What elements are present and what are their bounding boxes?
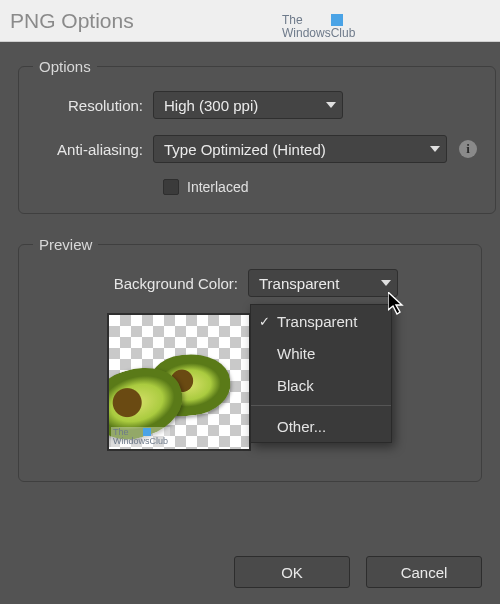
bgcolor-menu: Transparent White Black Other... (250, 304, 392, 443)
menu-item-label: Transparent (277, 313, 357, 330)
menu-separator (251, 405, 391, 406)
chevron-down-icon (430, 146, 440, 152)
resolution-row: Resolution: High (300 ppi) (37, 91, 477, 119)
menu-item-label: Black (277, 377, 314, 394)
button-label: Cancel (401, 564, 448, 581)
options-legend: Options (33, 58, 97, 75)
ok-button[interactable]: OK (234, 556, 350, 588)
chevron-down-icon (326, 102, 336, 108)
antialias-label: Anti-aliasing: (37, 141, 153, 158)
window-title: PNG Options (10, 9, 134, 33)
bgcolor-label: Background Color: (37, 275, 248, 292)
options-group: Options Resolution: High (300 ppi) Anti-… (18, 58, 496, 214)
bgcolor-option-black[interactable]: Black (251, 369, 391, 401)
watermark-top: The WindowsClub (282, 14, 355, 39)
watermark-thumb: The WindowsClub (111, 427, 170, 447)
menu-item-label: Other... (277, 418, 326, 435)
interlaced-checkbox[interactable] (163, 179, 179, 195)
preview-thumbnail: The WindowsClub (107, 313, 251, 451)
preview-legend: Preview (33, 236, 98, 253)
bgcolor-option-other[interactable]: Other... (251, 410, 391, 442)
bgcolor-value: Transparent (259, 275, 371, 292)
antialias-dropdown[interactable]: Type Optimized (Hinted) (153, 135, 447, 163)
cancel-button[interactable]: Cancel (366, 556, 482, 588)
button-label: OK (281, 564, 303, 581)
menu-item-label: White (277, 345, 315, 362)
chevron-down-icon (381, 280, 391, 286)
bgcolor-row: Background Color: Transparent (37, 269, 463, 297)
dialog-body: Options Resolution: High (300 ppi) Anti-… (0, 42, 500, 522)
antialias-row: Anti-aliasing: Type Optimized (Hinted) i (37, 135, 477, 163)
interlaced-row: Interlaced (37, 179, 477, 195)
title-bar: PNG Options (0, 0, 500, 42)
antialias-value: Type Optimized (Hinted) (164, 141, 420, 158)
bgcolor-option-transparent[interactable]: Transparent (251, 305, 391, 337)
bgcolor-dropdown[interactable]: Transparent (248, 269, 398, 297)
resolution-dropdown[interactable]: High (300 ppi) (153, 91, 343, 119)
interlaced-label: Interlaced (187, 179, 248, 195)
dialog-buttons: OK Cancel (234, 556, 482, 588)
resolution-label: Resolution: (37, 97, 153, 114)
bgcolor-option-white[interactable]: White (251, 337, 391, 369)
resolution-value: High (300 ppi) (164, 97, 316, 114)
info-icon[interactable]: i (459, 140, 477, 158)
